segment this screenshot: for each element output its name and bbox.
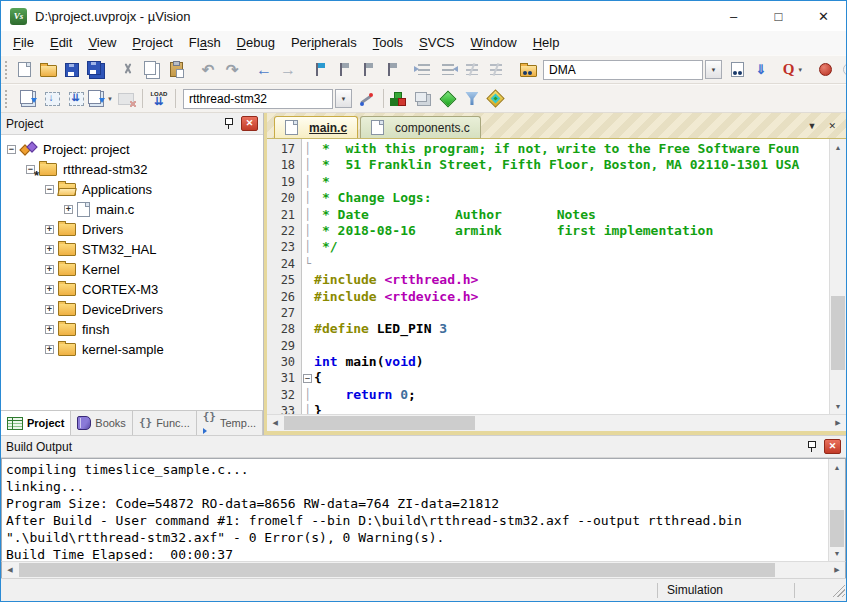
tree-item-stm32-hal[interactable]: +STM32_HAL <box>1 239 263 259</box>
nav-back-button[interactable] <box>253 59 275 81</box>
prev-bookmark-button[interactable] <box>333 59 355 81</box>
menu-flash[interactable]: Flash <box>181 31 229 55</box>
expander[interactable]: + <box>64 205 73 214</box>
document-list-button[interactable]: ▼ <box>808 121 817 131</box>
tree-item-kernel-sample[interactable]: +kernel-sample <box>1 339 263 359</box>
stop-build-button[interactable] <box>115 88 137 110</box>
panel-tab-project[interactable]: Project <box>1 411 71 435</box>
menu-debug[interactable]: Debug <box>229 31 283 55</box>
outdent-button[interactable] <box>437 59 459 81</box>
find-in-files-button[interactable] <box>517 59 539 81</box>
scroll-right-arrow[interactable]: ▶ <box>830 415 846 431</box>
uncomment-button[interactable] <box>485 59 507 81</box>
expander[interactable]: + <box>45 265 54 274</box>
tree-item-cortex-m3[interactable]: +CORTEX-M3 <box>1 279 263 299</box>
save-button[interactable] <box>61 59 83 81</box>
insert-breakpoint-button[interactable] <box>814 59 836 81</box>
expander[interactable]: − <box>7 145 16 154</box>
quick-find-dropdown-arrow[interactable]: ▼ <box>797 67 803 73</box>
resize-grip[interactable] <box>831 583 845 597</box>
menu-help[interactable]: Help <box>525 31 568 55</box>
maximize-button[interactable]: □ <box>756 1 801 31</box>
scroll-left-arrow[interactable]: ◀ <box>267 415 283 431</box>
build-output-vscroll-thumb[interactable] <box>830 510 844 547</box>
tree-item-main-c[interactable]: +main.c <box>1 199 263 219</box>
undo-button[interactable] <box>197 59 219 81</box>
expander[interactable]: + <box>45 325 54 334</box>
nav-forward-button[interactable] <box>277 59 299 81</box>
open-file-button[interactable] <box>37 59 59 81</box>
next-bookmark-button[interactable] <box>357 59 379 81</box>
panel-tab-books[interactable]: Books <box>71 411 133 435</box>
build-output-horizontal-scrollbar[interactable]: ◀ ▶ <box>1 561 846 578</box>
menu-file[interactable]: File <box>5 31 42 55</box>
new-file-button[interactable] <box>13 59 35 81</box>
tree-item-finsh[interactable]: +finsh <box>1 319 263 339</box>
expander[interactable]: + <box>45 225 54 234</box>
find-combo-dropdown[interactable]: ▼ <box>705 60 722 79</box>
toggle-bookmark-button[interactable] <box>309 59 331 81</box>
expander[interactable]: + <box>45 245 54 254</box>
indent-button[interactable] <box>413 59 435 81</box>
tree-item-applications[interactable]: −Applications <box>1 179 263 199</box>
clear-bookmarks-button[interactable] <box>381 59 403 81</box>
tree-item-kernel[interactable]: +Kernel <box>1 259 263 279</box>
menu-tools[interactable]: Tools <box>365 31 411 55</box>
expander[interactable]: − <box>45 185 54 194</box>
quick-find-button[interactable]: Q▼ <box>782 59 804 81</box>
scroll-right-arrow[interactable]: ▶ <box>829 562 845 578</box>
manage-rte-button[interactable] <box>389 88 411 110</box>
tree-item-rtthread-stm32[interactable]: −rtthread-stm32 <box>1 159 263 179</box>
close-button[interactable]: ✕ <box>801 1 846 31</box>
scroll-left-arrow[interactable]: ◀ <box>2 562 18 578</box>
redo-button[interactable] <box>221 59 243 81</box>
save-all-button[interactable] <box>85 59 107 81</box>
paste-button[interactable] <box>165 59 187 81</box>
batch-build-dropdown-arrow[interactable]: ▼ <box>107 96 113 102</box>
build-output-close-button[interactable]: ✕ <box>824 439 841 454</box>
expander[interactable]: + <box>45 305 54 314</box>
tab-components-c[interactable]: components.c <box>360 116 481 138</box>
editor-horizontal-scrollbar[interactable]: ◀ ▶ <box>267 414 846 431</box>
rebuild-button[interactable] <box>65 88 87 110</box>
tab-main-c[interactable]: main.c <box>274 116 358 138</box>
manage-layer-button[interactable] <box>413 88 435 110</box>
menu-peripherals[interactable]: Peripherals <box>283 31 365 55</box>
scroll-up-arrow[interactable]: ▲ <box>830 139 846 155</box>
code-editor[interactable]: 17│ * with this program; if not, write t… <box>267 139 829 414</box>
target-combo-input[interactable] <box>183 89 333 109</box>
scroll-down-arrow[interactable]: ▼ <box>829 545 845 561</box>
find-next-button[interactable] <box>726 59 748 81</box>
tree-item-drivers[interactable]: +Drivers <box>1 219 263 239</box>
panel-tab-temp[interactable]: {}Temp... <box>197 411 263 435</box>
manage-project-items-button[interactable] <box>437 88 459 110</box>
menu-project[interactable]: Project <box>124 31 180 55</box>
target-combo-dropdown[interactable]: ▼ <box>335 89 352 108</box>
disable-breakpoint-button[interactable] <box>838 59 847 81</box>
copy-button[interactable] <box>141 59 163 81</box>
tree-item-project-project[interactable]: −Project: project <box>1 139 263 159</box>
target-options-button[interactable] <box>356 88 378 110</box>
panel-tab-func[interactable]: {}Func... <box>133 411 197 435</box>
editor-hscroll-thumb[interactable] <box>284 416 475 430</box>
build-output-vertical-scrollbar[interactable]: ▲ ▼ <box>828 459 845 561</box>
scroll-down-arrow[interactable]: ▼ <box>830 398 846 414</box>
expander[interactable]: + <box>45 345 54 354</box>
build-button[interactable] <box>41 88 63 110</box>
pin-icon[interactable] <box>806 440 817 453</box>
menu-edit[interactable]: Edit <box>42 31 80 55</box>
menu-view[interactable]: View <box>80 31 124 55</box>
menu-window[interactable]: Window <box>462 31 524 55</box>
batch-build-button[interactable]: ▼ <box>89 88 113 110</box>
minimize-button[interactable]: – <box>711 1 756 31</box>
fold-marker[interactable]: − <box>303 374 312 383</box>
tree-item-devicedrivers[interactable]: +DeviceDrivers <box>1 299 263 319</box>
build-output-hscroll-thumb[interactable] <box>19 563 775 577</box>
editor-vscroll-thumb[interactable] <box>831 296 845 370</box>
project-panel-close-button[interactable]: ✕ <box>241 116 258 131</box>
pin-icon[interactable] <box>223 117 234 130</box>
editor-vertical-scrollbar[interactable]: ▲ ▼ <box>829 139 846 414</box>
close-document-button[interactable]: ✕ <box>828 121 836 131</box>
expander[interactable]: + <box>45 285 54 294</box>
translate-button[interactable] <box>17 88 39 110</box>
